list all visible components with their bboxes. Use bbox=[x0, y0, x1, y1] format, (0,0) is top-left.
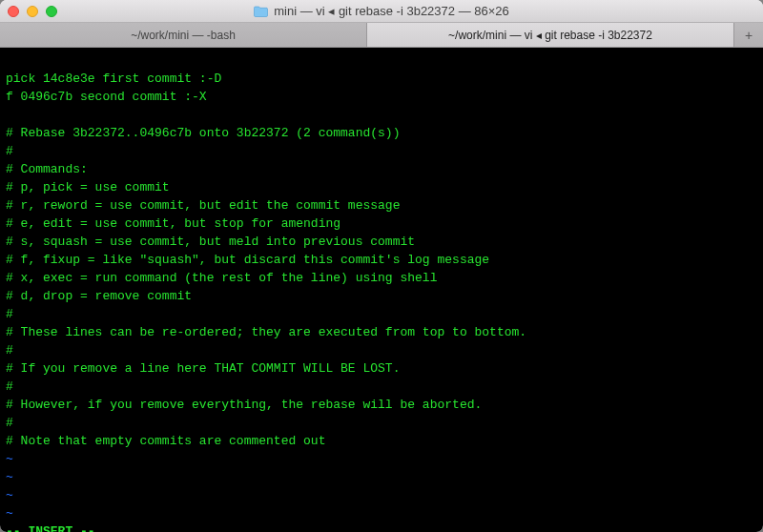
traffic-lights bbox=[8, 6, 57, 17]
tab-vi-rebase[interactable]: ~/work/mini — vi ◂ git rebase -i 3b22372 bbox=[367, 23, 734, 47]
editor-line: # However, if you remove everything, the… bbox=[6, 398, 482, 412]
editor-line: # bbox=[6, 307, 13, 321]
editor-line: # Commands: bbox=[6, 162, 88, 176]
tab-label: ~/work/mini — vi ◂ git rebase -i 3b22372 bbox=[448, 29, 652, 42]
window-title: mini — vi ◂ git rebase -i 3b22372 — 86×2… bbox=[274, 4, 509, 18]
editor-line: # Note that empty commits are commented … bbox=[6, 434, 325, 448]
maximize-button[interactable] bbox=[46, 6, 57, 17]
editor-line: # bbox=[6, 379, 13, 394]
editor-line: f 0496c7b second commit :-X bbox=[6, 90, 207, 104]
editor-line: # bbox=[6, 343, 13, 358]
editor-line: # bbox=[6, 416, 13, 430]
close-button[interactable] bbox=[8, 6, 19, 17]
editor-line: # s, squash = use commit, but meld into … bbox=[6, 235, 415, 249]
editor-line: # r, reword = use commit, but edit the c… bbox=[6, 198, 400, 213]
terminal-window: mini — vi ◂ git rebase -i 3b22372 — 86×2… bbox=[0, 0, 763, 532]
editor-tilde: ~ bbox=[6, 506, 13, 521]
plus-icon: + bbox=[745, 28, 753, 43]
editor-tilde: ~ bbox=[6, 452, 13, 466]
minimize-button[interactable] bbox=[27, 6, 38, 17]
editor-tilde: ~ bbox=[6, 488, 13, 502]
tab-label: ~/work/mini — -bash bbox=[131, 29, 236, 42]
tabbar: ~/work/mini — -bash ~/work/mini — vi ◂ g… bbox=[0, 23, 763, 48]
titlebar-title-container: mini — vi ◂ git rebase -i 3b22372 — 86×2… bbox=[0, 4, 763, 18]
editor-line: # p, pick = use commit bbox=[6, 180, 170, 194]
editor-tilde: ~ bbox=[6, 470, 13, 484]
editor-line: # x, exec = run command (the rest of the… bbox=[6, 271, 437, 285]
new-tab-button[interactable]: + bbox=[734, 23, 763, 47]
titlebar[interactable]: mini — vi ◂ git rebase -i 3b22372 — 86×2… bbox=[0, 0, 763, 23]
terminal-content[interactable]: pick 14c8e3e first commit :-D f 0496c7b … bbox=[0, 48, 763, 532]
editor-mode-status: -- INSERT -- bbox=[6, 524, 95, 532]
editor-line: # d, drop = remove commit bbox=[6, 289, 192, 303]
editor-line: # e, edit = use commit, but stop for ame… bbox=[6, 216, 340, 231]
editor-line: # These lines can be re-ordered; they ar… bbox=[6, 325, 526, 339]
editor-line: # If you remove a line here THAT COMMIT … bbox=[6, 361, 400, 376]
editor-line: # f, fixup = like "squash", but discard … bbox=[6, 253, 489, 267]
tab-bash[interactable]: ~/work/mini — -bash bbox=[0, 23, 367, 47]
editor-line: pick 14c8e3e first commit :-D bbox=[6, 72, 221, 86]
editor-line: # Rebase 3b22372..0496c7b onto 3b22372 (… bbox=[6, 126, 400, 140]
folder-icon bbox=[254, 6, 268, 17]
editor-line: # bbox=[6, 144, 13, 158]
